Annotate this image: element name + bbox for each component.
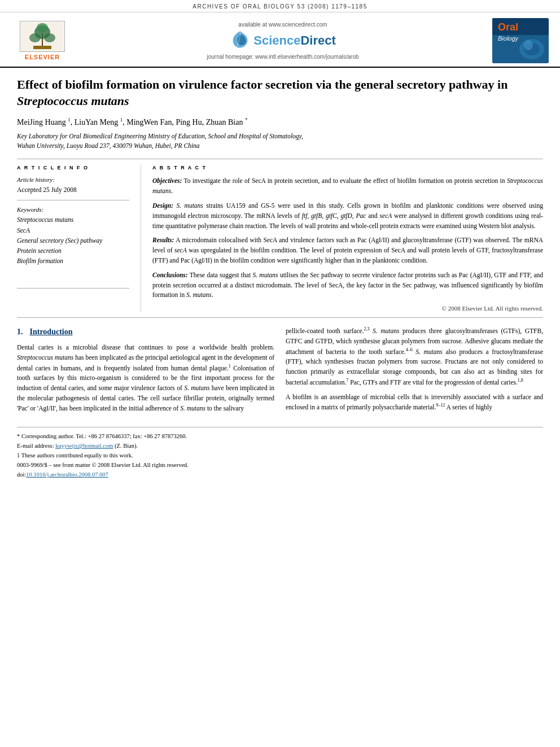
svg-point-13 xyxy=(524,40,533,50)
article-info-label: A R T I C L E I N F O xyxy=(17,165,129,171)
design-label: Design: xyxy=(152,202,173,209)
main-content: Effect of biofilm formation on virulence… xyxy=(0,68,560,485)
footnote-email-text: E-mail address: kqyywtjx@hotmail.com (Z.… xyxy=(17,443,138,449)
email-link[interactable]: kqyywtjx@hotmail.com xyxy=(55,443,113,449)
svg-rect-6 xyxy=(33,46,51,49)
accepted-date: Accepted 25 July 2008 xyxy=(17,185,129,194)
abstract-label: A B S T R A C T xyxy=(152,165,543,171)
body-col-left: 1. Introduction Dental caries is a micro… xyxy=(17,326,274,418)
article-info-col: A R T I C L E I N F O Article history: A… xyxy=(17,165,141,312)
keyword-1: Streptococcus mutans xyxy=(17,215,129,224)
intro-para-2: pellicle-coated tooth surface.2,3 S. mut… xyxy=(286,326,543,387)
divider-2 xyxy=(17,317,543,318)
keyword-5: Biofilm formation xyxy=(17,256,129,265)
affiliation-line1: Key Laboratory for Oral Biomedical Engin… xyxy=(17,133,303,139)
article-info-abstract-row: A R T I C L E I N F O Article history: A… xyxy=(17,165,543,312)
journal-bar: Archives of Oral Biology 53 (2008) 1179–… xyxy=(0,0,560,12)
sciencedirect-text: ScienceDirect xyxy=(253,33,336,48)
affiliation-line2: Wuhan University, Luoyu Road 237, 430079… xyxy=(17,142,200,149)
intro-para-3: A biofilm is an assemblage of microbial … xyxy=(286,392,543,413)
footnote-corresponding-text: * Corresponding author. Tel.: +86 27 876… xyxy=(17,433,187,439)
divider-keywords xyxy=(17,200,129,200)
svg-text:Oral: Oral xyxy=(498,21,518,33)
intro-num: 1. xyxy=(17,326,23,338)
keyword-2: SecA xyxy=(17,226,129,235)
abstract-col: A B S T R A C T Objectives: To investiga… xyxy=(141,165,543,312)
copyright: © 2008 Elsevier Ltd. All rights reserved… xyxy=(152,305,543,312)
footnote-equal: 1 These authors contributed equally to t… xyxy=(17,451,543,461)
oral-biology-logo: Oral Biology xyxy=(492,18,549,63)
elsevier-logo: ELSEVIER xyxy=(11,18,73,63)
svg-text:Biology: Biology xyxy=(498,35,519,42)
affiliation: Key Laboratory for Oral Biomedical Engin… xyxy=(17,132,543,151)
footnote-doi: doi:10.1016/j.archoralbio.2008.07.007 xyxy=(17,470,543,480)
journal-homepage: journal homepage: www.intl.elsevierhealt… xyxy=(85,54,481,60)
abstract-conclusions: Conclusions: These data suggest that S. … xyxy=(152,270,543,300)
conclusions-label: Conclusions: xyxy=(152,272,188,278)
keywords-list: Streptococcus mutans SecA General secret… xyxy=(17,215,129,265)
results-text: A microdomain colocalised with SecA and … xyxy=(152,237,543,264)
keywords-label: Keywords: xyxy=(17,206,129,213)
footnote-license: 0003-9969/$ – see front matter © 2008 El… xyxy=(17,461,543,470)
doi-link[interactable]: 10.1016/j.archoralbio.2008.07.007 xyxy=(26,471,108,478)
journal-citation: Archives of Oral Biology 53 (2008) 1179–… xyxy=(193,3,367,10)
design-text: S. mutans strains UA159 and GS-5 were us… xyxy=(152,202,543,229)
elsevier-label: ELSEVIER xyxy=(25,54,60,60)
sciencedirect-logo: ScienceDirect xyxy=(85,30,481,51)
keyword-4: Protein secretion xyxy=(17,246,129,255)
divider-1 xyxy=(17,159,543,159)
svg-point-3 xyxy=(29,33,41,42)
results-label: Results: xyxy=(152,237,174,243)
authors-line: MeiJing Huang 1, LiuYan Meng 1, MingWen … xyxy=(17,117,543,127)
article-title: Effect of biofilm formation on virulence… xyxy=(17,77,543,109)
keyword-3: General secretory (Sec) pathway xyxy=(17,236,129,245)
objectives-text: To investigate the role of SecA in prote… xyxy=(152,177,543,194)
header-center: available at www.sciencedirect.com Scien… xyxy=(73,21,492,60)
footer-notes: * Corresponding author. Tel.: +86 27 876… xyxy=(17,427,543,479)
svg-point-4 xyxy=(44,33,55,42)
intro-para-1: Dental caries is a microbial disease tha… xyxy=(17,343,274,414)
conclusions-text: These data suggest that S. mutans utilis… xyxy=(152,272,543,299)
abstract-design: Design: S. mutans strains UA159 and GS-5… xyxy=(152,201,543,231)
divider-bottom-left xyxy=(17,288,129,289)
abstract-objectives: Objectives: To investigate the role of S… xyxy=(152,176,543,196)
intro-title: Introduction xyxy=(30,326,73,338)
footnote-email: E-mail address: kqyywtjx@hotmail.com (Z.… xyxy=(17,442,543,451)
article-history-label: Article history: xyxy=(17,176,129,183)
objectives-label: Objectives: xyxy=(152,177,182,184)
elsevier-tree-image xyxy=(20,21,65,52)
header-row: ELSEVIER available at www.sciencedirect.… xyxy=(0,12,560,68)
intro-heading: 1. Introduction xyxy=(17,326,274,338)
footnote-corresponding: * Corresponding author. Tel.: +86 27 876… xyxy=(17,432,543,442)
available-text: available at www.sciencedirect.com xyxy=(85,21,481,28)
body-content: 1. Introduction Dental caries is a micro… xyxy=(17,326,543,418)
svg-point-5 xyxy=(37,23,48,32)
body-col-right: pellicle-coated tooth surface.2,3 S. mut… xyxy=(286,326,543,418)
page-wrapper: Archives of Oral Biology 53 (2008) 1179–… xyxy=(0,0,560,485)
abstract-results: Results: A microdomain colocalised with … xyxy=(152,235,543,265)
